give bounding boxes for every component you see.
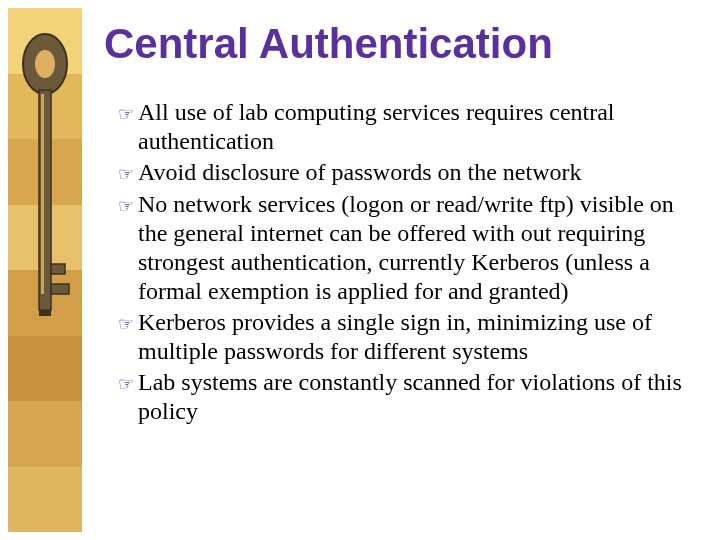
pointing-hand-icon: ☞ — [118, 158, 138, 188]
list-item: ☞ Avoid disclosure of passwords on the n… — [118, 158, 708, 188]
svg-point-1 — [35, 50, 55, 78]
pointing-hand-icon: ☞ — [118, 308, 138, 338]
list-item-text: Avoid disclosure of passwords on the net… — [138, 158, 708, 187]
list-item: ☞ Kerberos provides a single sign in, mi… — [118, 308, 708, 366]
slide-body: ☞ All use of lab computing services requ… — [118, 98, 708, 428]
pointing-hand-icon: ☞ — [118, 98, 138, 128]
pointing-hand-icon: ☞ — [118, 368, 138, 398]
svg-rect-4 — [51, 284, 69, 294]
list-item-text: Lab systems are constantly scanned for v… — [138, 368, 708, 426]
list-item: ☞ All use of lab computing services requ… — [118, 98, 708, 156]
key-illustration — [14, 14, 76, 524]
slide-title: Central Authentication — [104, 20, 553, 68]
pointing-hand-icon: ☞ — [118, 190, 138, 220]
list-item: ☞ No network services (logon or read/wri… — [118, 190, 708, 306]
svg-rect-5 — [39, 310, 51, 316]
svg-rect-3 — [51, 264, 65, 274]
list-item: ☞ Lab systems are constantly scanned for… — [118, 368, 708, 426]
slide: Central Authentication ☞ All use of lab … — [0, 0, 720, 540]
list-item-text: All use of lab computing services requir… — [138, 98, 708, 156]
svg-rect-6 — [41, 94, 44, 294]
list-item-text: Kerberos provides a single sign in, mini… — [138, 308, 708, 366]
svg-rect-2 — [39, 90, 51, 310]
list-item-text: No network services (logon or read/write… — [138, 190, 708, 306]
